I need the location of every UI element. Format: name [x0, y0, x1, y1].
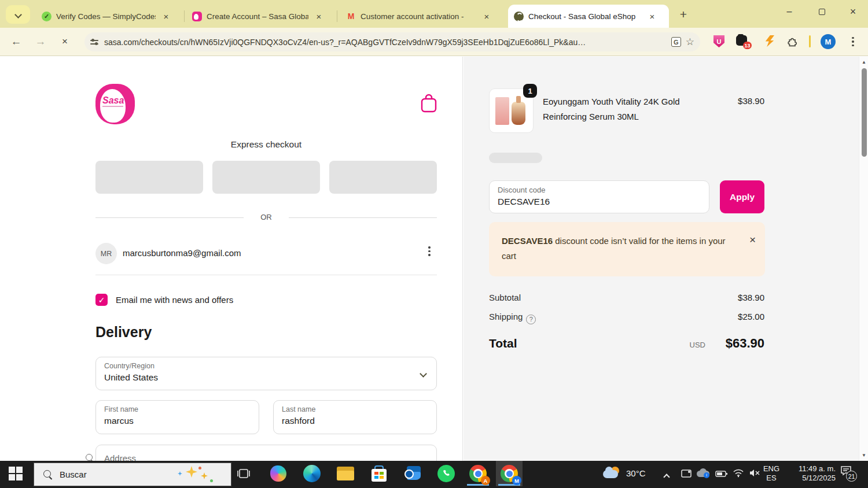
- extension-simplycodes-icon[interactable]: 13: [736, 35, 747, 46]
- tab-close-icon[interactable]: ×: [313, 10, 325, 22]
- whatsapp-button[interactable]: [433, 461, 459, 486]
- window-maximize-button[interactable]: [808, 0, 835, 23]
- account-email: marcusburtonma9@gmail.com: [123, 248, 241, 258]
- extension-shield-icon[interactable]: U: [713, 35, 724, 47]
- alert-close-icon[interactable]: ×: [749, 232, 756, 247]
- gmail-favicon-icon: M: [346, 12, 356, 21]
- checkout-form-panel: Sasa Express checkout OR MR marcusburton…: [0, 57, 463, 461]
- divider: [95, 275, 437, 275]
- battery-icon[interactable]: [715, 469, 728, 480]
- sasa-favicon-icon: [192, 12, 202, 21]
- discount-error-alert: DECSAVE16 discount code isn’t valid for …: [489, 222, 765, 276]
- language-switcher[interactable]: ENG ES: [762, 464, 781, 483]
- stop-loading-button[interactable]: ×: [57, 34, 73, 50]
- country-select[interactable]: Country/Region United States: [95, 357, 437, 390]
- scroll-up-icon[interactable]: ▲: [861, 60, 867, 65]
- address-field[interactable]: Address: [95, 445, 437, 461]
- shipping-value: $25.00: [695, 312, 764, 321]
- address-bar[interactable]: sasa.com/checkouts/cn/hWN65IzVji0QGFNDQX…: [84, 32, 700, 51]
- cast-icon[interactable]: [681, 468, 692, 481]
- shipping-help-icon[interactable]: ?: [526, 315, 536, 324]
- back-button[interactable]: ←: [8, 34, 24, 50]
- sasa-logo[interactable]: Sasa: [95, 84, 135, 124]
- browser-menu-icon[interactable]: [847, 35, 859, 49]
- volume-muted-icon[interactable]: [749, 468, 762, 480]
- loading-skeleton: [489, 153, 542, 163]
- apply-button[interactable]: Apply: [720, 180, 764, 213]
- profile-avatar[interactable]: M: [821, 34, 836, 49]
- edge-button[interactable]: [299, 461, 325, 486]
- tab-close-icon[interactable]: ×: [646, 10, 658, 22]
- order-summary-panel: 1 Eoyunggam Youth Vitality 24K Gold Rein…: [464, 57, 859, 461]
- discount-code-field[interactable]: Discount code DECSAVE16: [489, 180, 709, 213]
- chrome-profile-a-badge: A: [481, 476, 490, 485]
- weather-icon[interactable]: [603, 465, 623, 482]
- extension-lightning-icon[interactable]: [765, 35, 774, 47]
- scrollbar-thumb[interactable]: [862, 68, 867, 157]
- express-option-skeleton[interactable]: [95, 161, 203, 194]
- clock-time: 11:49 a. m.: [786, 464, 836, 474]
- tab-account-activation[interactable]: M Customer account activation - ×: [340, 5, 503, 28]
- tab-search-button[interactable]: [6, 5, 30, 24]
- tab-separator: [337, 10, 337, 22]
- outlook-button[interactable]: [399, 461, 426, 486]
- tab-create-account[interactable]: Create Account – Sasa Global e ×: [186, 5, 334, 28]
- microsoft-store-button[interactable]: [366, 461, 392, 486]
- wifi-icon[interactable]: [733, 468, 744, 480]
- express-checkout-label: Express checkout: [95, 139, 437, 150]
- notification-count-badge: 21: [846, 471, 857, 482]
- chrome-profile-a-button[interactable]: A: [465, 461, 491, 486]
- onedrive-icon[interactable]: i: [697, 468, 711, 478]
- window-close-button[interactable]: ×: [840, 0, 866, 23]
- product-price: $38.90: [707, 96, 764, 106]
- whatsapp-icon: [437, 465, 455, 482]
- clock[interactable]: 11:49 a. m. 5/12/2025: [786, 464, 836, 483]
- newsletter-label[interactable]: Email me with news and offers: [116, 295, 233, 305]
- sparkle-icon: [186, 466, 197, 478]
- account-avatar: MR: [95, 243, 117, 264]
- last-name-input[interactable]: [282, 416, 412, 426]
- file-explorer-button[interactable]: [332, 461, 359, 486]
- first-name-field[interactable]: First name: [95, 400, 259, 434]
- last-name-field[interactable]: Last name: [273, 400, 437, 434]
- extensions-puzzle-icon[interactable]: [787, 35, 799, 50]
- page-content: Sasa Express checkout OR MR marcusburton…: [0, 57, 868, 461]
- express-option-skeleton[interactable]: [212, 161, 320, 194]
- express-option-skeleton[interactable]: [329, 161, 437, 194]
- url-text[interactable]: sasa.com/checkouts/cn/hWN65IzVji0QGFNDQX…: [104, 38, 667, 47]
- tab-close-icon[interactable]: ×: [160, 10, 172, 22]
- weather-temp[interactable]: 30°C: [626, 469, 646, 478]
- chrome-profile-m-button[interactable]: M: [496, 461, 523, 486]
- maximize-icon: [819, 9, 825, 15]
- translate-icon[interactable]: G: [671, 37, 681, 47]
- browser-toolbar: ← → × sasa.com/checkouts/cn/hWN65IzVji0Q…: [0, 28, 868, 56]
- site-info-icon[interactable]: [90, 38, 100, 47]
- sasa-logo-tagline: [102, 106, 123, 107]
- chevron-down-icon: [14, 11, 22, 19]
- task-view-button[interactable]: [230, 461, 257, 486]
- first-name-input[interactable]: [104, 416, 234, 426]
- notification-center-button[interactable]: 21: [840, 465, 858, 483]
- new-tab-button[interactable]: +: [675, 6, 692, 23]
- scroll-down-icon[interactable]: ▼: [861, 453, 867, 458]
- account-menu-icon[interactable]: [428, 246, 431, 256]
- simplycodes-favicon-icon: ✓: [42, 12, 52, 21]
- chrome-profile-m-badge: M: [512, 476, 521, 485]
- window-minimize-button[interactable]: –: [776, 0, 803, 23]
- product-box-image: [495, 97, 509, 125]
- newsletter-checkbox[interactable]: ✓: [95, 294, 108, 306]
- copilot-button[interactable]: [265, 461, 292, 486]
- tray-expand-icon[interactable]: [664, 471, 669, 482]
- tab-close-icon[interactable]: ×: [481, 10, 492, 22]
- taskbar-search-box[interactable]: Buscar: [34, 463, 231, 486]
- page-scrollbar[interactable]: ▲ ▼: [859, 57, 868, 461]
- start-button[interactable]: [2, 461, 29, 486]
- sparkle-dot-icon: [210, 479, 213, 482]
- cart-bag-icon[interactable]: [420, 93, 438, 116]
- tab-checkout-active[interactable]: Checkout - Sasa Global eShop ×: [508, 5, 669, 28]
- forward-button[interactable]: →: [32, 34, 49, 50]
- tab-verify-codes[interactable]: ✓ Verify Codes — SimplyCodes ×: [36, 5, 182, 28]
- bookmark-star-icon[interactable]: ☆: [686, 36, 694, 48]
- total-currency: USD: [671, 341, 705, 349]
- search-placeholder: Buscar: [60, 469, 87, 479]
